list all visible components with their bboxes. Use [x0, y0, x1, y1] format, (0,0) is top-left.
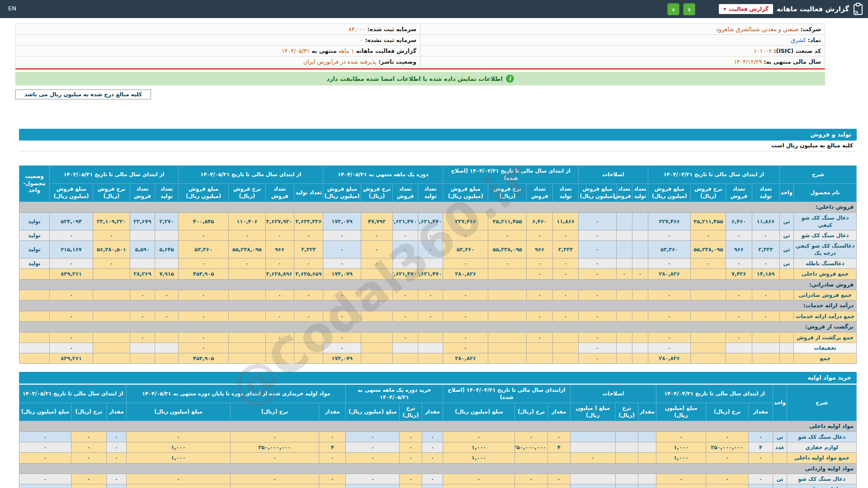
table-row: تخفیفات۰۰۰۰۰۰ — [19, 343, 857, 353]
table-cell — [616, 241, 632, 258]
table-cell: ۰ — [579, 212, 616, 230]
table-cell: ۶,۴۶۰ — [527, 212, 552, 230]
table-cell: ۰ — [443, 432, 515, 442]
table-cell: ۰ — [229, 258, 265, 269]
column-header: مقدار — [319, 403, 346, 421]
column-header: تعداد تولید — [418, 184, 443, 202]
table-cell — [616, 230, 632, 241]
next-report-button[interactable]: › — [667, 3, 679, 15]
table-cell: تن — [773, 474, 787, 484]
table-cell: ۰ — [752, 311, 779, 322]
table-cell — [691, 311, 726, 322]
table-cell: ۰ — [49, 343, 93, 353]
table-cell: ۰ — [443, 311, 488, 322]
section-title-raw-materials: خرید مواد اولیه — [19, 372, 857, 384]
table-cell: ۳,۶۲۱,۴۷۰ — [418, 269, 443, 279]
table-cell: ۰ — [106, 484, 126, 488]
table-cell: ۰ — [422, 442, 443, 453]
column-header: تعداد تولید — [632, 184, 648, 202]
table-cell — [19, 311, 50, 322]
column-group-header: از ابتدای سال مالی تا تاریخ ۱۴۰۴/۰۴/۳۱ — [656, 385, 773, 403]
column-group-header: از ابتدای سال مالی تا تاریخ ۱۴۰۳/۰۵/۳۱ — [19, 385, 127, 403]
table-cell — [488, 343, 527, 353]
table-cell: ۰ — [552, 269, 578, 279]
table-cell: ۰ — [648, 333, 690, 343]
table-cell — [616, 258, 632, 269]
prev-report-button[interactable]: ‹ — [683, 3, 695, 15]
table-cell: ۱,۰۰۰ — [656, 442, 706, 453]
table-cell: ۲۸۰,۸۲۶ — [443, 353, 488, 364]
table-cell — [130, 258, 155, 269]
table-cell — [632, 311, 648, 322]
info-cell: سرمایه ثبت شده: ۸۴,۰۰۰ — [16, 24, 420, 35]
column-header: مقدار — [547, 403, 570, 421]
table-cell — [638, 453, 656, 463]
table-cell: ۵۵,۲۳۸,۰۹۵ — [488, 241, 527, 258]
column-header: مبلغ فروش (میلیون ریال) — [179, 184, 229, 202]
table-cell: ۰ — [706, 474, 748, 484]
table-cell — [616, 353, 632, 364]
table-cell: ۰ — [19, 474, 71, 484]
column-group-header: از ابتدای سال مالی تا تاریخ ۱۴۰۳/۰۵/۳۱ — [49, 166, 178, 184]
table-cell: ۰ — [155, 290, 179, 300]
table-cell: ۰ — [527, 290, 552, 300]
table-cell: ۰ — [179, 290, 229, 300]
table-cell: ۰ — [656, 432, 706, 442]
table-cell: ۰ — [579, 311, 616, 322]
table-cell — [361, 343, 392, 353]
column-header: نرخ (ریال) — [515, 403, 547, 421]
column-header: تعداد فروش — [393, 184, 418, 202]
table-cell: ذغال سنگ کک شو — [787, 432, 857, 442]
table-cell: ۳,۶۲۸,۸۹۶ — [265, 269, 294, 279]
table-cell: ۰ — [527, 230, 552, 241]
table-cell — [19, 343, 50, 353]
table-cell — [570, 474, 615, 484]
table-cell: ۰ — [656, 474, 706, 484]
table-cell: ۲۵۰,۰۰۰,۰۰۰ — [515, 442, 547, 453]
language-toggle[interactable]: EN — [8, 5, 16, 12]
table-cell — [779, 333, 793, 343]
table-cell: ۰ — [106, 442, 126, 453]
table-cell: ۰ — [443, 343, 488, 353]
column-header: واحد — [773, 385, 787, 421]
table-cell — [691, 343, 726, 353]
table-cell: ۰ — [570, 453, 615, 463]
table-cell: ذغالسنگ کک شو کيفي درجه يک — [794, 241, 857, 258]
table-cell: ۰ — [399, 432, 422, 442]
table-cell — [265, 353, 294, 364]
table-cell: ۱۷۳,۰۷۹ — [323, 269, 361, 279]
table-cell: ۰ — [319, 453, 346, 463]
table-cell: ۰ — [127, 474, 231, 484]
table-cell: ۰ — [346, 442, 400, 453]
table-cell: ۰ — [265, 258, 294, 269]
table-cell: ۰ — [443, 333, 488, 343]
table-cell: ۰ — [579, 333, 616, 343]
table-cell: ۲۳,۱۰۹,۲۲۰ — [93, 212, 130, 230]
table-cell: تولید — [19, 258, 50, 269]
table-cell: تن — [779, 258, 793, 269]
report-type-dropdown[interactable]: گزارش فعالیت ▼ — [719, 4, 773, 14]
table-cell: ۰ — [130, 290, 155, 300]
table-cell — [19, 333, 50, 343]
table-cell — [19, 353, 50, 364]
table-cell: ۰ — [130, 333, 155, 343]
table-cell — [229, 269, 265, 279]
table-cell: ۰ — [393, 230, 418, 241]
column-header: مبلغ فروش (میلیون ریال) — [443, 184, 488, 202]
column-header: مبلغ فروش (میلیون ریال) — [49, 184, 93, 202]
table-cell: ۰ — [323, 258, 361, 269]
table-row: جمع فروش صادراتی۰۰۰۰۰۰۰۰۰۰۰۰۰۰۰۰ — [19, 290, 857, 300]
table-cell: ۰ — [749, 484, 773, 488]
table-cell — [632, 353, 648, 364]
table-cell: ۰ — [393, 290, 418, 300]
table-cell: ۰ — [691, 230, 726, 241]
table-cell: ۰ — [265, 290, 294, 300]
table-cell: ۲۸۰,۸۲۶ — [443, 269, 488, 279]
table-cell: تولید — [19, 230, 50, 241]
table-cell — [155, 333, 179, 343]
table-cell — [93, 333, 130, 343]
column-group-header: از ابتدای سال مالی تا تاریخ ۱۴۰۴/۰۴/۳۱ — [648, 166, 779, 184]
table-cell: ۰ — [346, 453, 400, 463]
table-cell — [19, 269, 50, 279]
table-cell: ۰ — [648, 290, 690, 300]
